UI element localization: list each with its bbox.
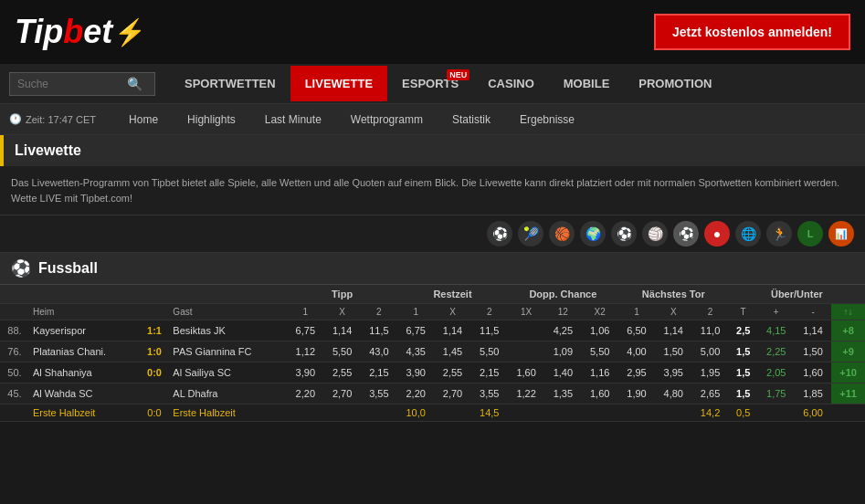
sub-minus[interactable]: 6,00 — [795, 404, 831, 422]
sub-header-dc1X: 1X — [508, 304, 544, 320]
nav-item-mobile[interactable]: MOBILE — [549, 66, 625, 101]
match-ntX-2[interactable]: 1,50 — [655, 341, 691, 362]
match-ou-3[interactable]: +10 — [831, 362, 865, 383]
sport-icon-tennis[interactable]: 🎾 — [518, 221, 543, 247]
nav-item-livewette[interactable]: LIVEWETTE — [290, 66, 387, 101]
match-ou-1[interactable]: +8 — [831, 320, 865, 341]
subnav-wettprogramm[interactable]: Wettprogramm — [336, 106, 438, 133]
subnav-ergebnisse[interactable]: Ergebnisse — [505, 106, 589, 133]
match-ou-2[interactable]: +9 — [831, 341, 865, 362]
match-dcX2-1[interactable]: 1,06 — [582, 320, 618, 341]
match-t1-1[interactable]: 6,75 — [287, 320, 323, 341]
match-rX-2[interactable]: 1,45 — [434, 341, 470, 362]
sport-icon-league[interactable]: L — [797, 221, 823, 247]
match-nt2-4[interactable]: 2,65 — [691, 383, 728, 404]
match-rX-3[interactable]: 2,55 — [434, 362, 470, 383]
match-tv-2[interactable]: 1,5 — [729, 341, 758, 362]
sport-icon-soccer2[interactable]: ⚽ — [611, 221, 637, 247]
match-r1-3[interactable]: 3,90 — [397, 362, 434, 383]
match-t2-1[interactable]: 11,5 — [361, 320, 397, 341]
sport-icon-globe[interactable]: 🌍 — [580, 221, 606, 247]
match-nt1-2[interactable]: 4,00 — [618, 341, 655, 362]
match-r2-3[interactable]: 2,15 — [471, 362, 508, 383]
match-plus-4[interactable]: 1,75 — [758, 383, 795, 404]
match-minus-1[interactable]: 1,14 — [795, 320, 831, 341]
match-dc12-3[interactable]: 1,40 — [544, 362, 581, 383]
match-tX-2[interactable]: 5,50 — [323, 341, 360, 362]
match-tv-1[interactable]: 2,5 — [729, 320, 758, 341]
match-rX-4[interactable]: 2,70 — [434, 383, 470, 404]
match-nt2-1[interactable]: 11,0 — [691, 320, 728, 341]
sport-icon-volleyball[interactable]: 🏐 — [642, 221, 668, 247]
match-r2-2[interactable]: 5,50 — [471, 341, 508, 362]
match-plus-3[interactable]: 2,05 — [758, 362, 795, 383]
match-nt1-1[interactable]: 6,50 — [618, 320, 655, 341]
match-ntX-1[interactable]: 1,14 — [655, 320, 691, 341]
match-t1-3[interactable]: 3,90 — [287, 362, 323, 383]
match-r1-2[interactable]: 4,35 — [397, 341, 434, 362]
match-dc12-4[interactable]: 1,35 — [544, 383, 581, 404]
sport-icon-basketball[interactable]: 🏀 — [549, 221, 575, 247]
match-dc1X-3[interactable]: 1,60 — [508, 362, 544, 383]
match-minus-4[interactable]: 1,85 — [795, 383, 831, 404]
sub-r1[interactable]: 10,0 — [397, 404, 434, 422]
navbar: 🔍 SPORTWETTEN LIVEWETTE ESPORTSNeu CASIN… — [0, 64, 865, 104]
subnav-home[interactable]: Home — [114, 106, 173, 133]
match-plus-2[interactable]: 2,25 — [758, 341, 795, 362]
match-r1-4[interactable]: 2,20 — [397, 383, 434, 404]
match-tX-3[interactable]: 2,55 — [323, 362, 360, 383]
match-tX-4[interactable]: 2,70 — [323, 383, 360, 404]
sub-r2[interactable]: 14,5 — [471, 404, 508, 422]
match-dc12-2[interactable]: 1,09 — [544, 341, 581, 362]
match-minus-3[interactable]: 1,60 — [795, 362, 831, 383]
match-dcX2-2[interactable]: 5,50 — [582, 341, 618, 362]
match-t1-4[interactable]: 2,20 — [287, 383, 323, 404]
register-button[interactable]: Jetzt kostenlos anmelden! — [654, 14, 850, 50]
match-t2-3[interactable]: 2,15 — [361, 362, 397, 383]
nav-item-casino[interactable]: CASINO — [473, 66, 549, 101]
nav-item-promotion[interactable]: PROMOTION — [624, 66, 726, 101]
sport-icon-chart[interactable]: 📊 — [828, 221, 854, 247]
sport-icon-soccer1[interactable]: ⚽ — [487, 221, 512, 247]
match-gast-4: AL Dhafra — [169, 383, 287, 404]
match-t2-2[interactable]: 43,0 — [361, 341, 397, 362]
match-ntX-3[interactable]: 3,95 — [655, 362, 691, 383]
sub-header-r2: 2 — [471, 304, 508, 320]
match-ou-4[interactable]: +11 — [831, 383, 865, 404]
subnav-statistik[interactable]: Statistik — [438, 106, 505, 133]
match-nt2-3[interactable]: 1,95 — [691, 362, 728, 383]
match-t1-2[interactable]: 1,12 — [287, 341, 323, 362]
match-plus-1[interactable]: 4,15 — [758, 320, 795, 341]
match-ntX-4[interactable]: 4,80 — [655, 383, 691, 404]
sport-icon-red[interactable]: ● — [704, 221, 730, 247]
match-nt1-4[interactable]: 1,90 — [618, 383, 655, 404]
match-dc12-1[interactable]: 4,25 — [544, 320, 581, 341]
new-badge: Neu — [447, 69, 469, 80]
match-nt1-3[interactable]: 2,95 — [618, 362, 655, 383]
search-box[interactable]: 🔍 — [9, 72, 155, 96]
nav-item-esports[interactable]: ESPORTSNeu — [387, 66, 473, 101]
match-dc1X-4[interactable]: 1,22 — [508, 383, 544, 404]
match-r2-4[interactable]: 3,55 — [471, 383, 508, 404]
sub-tv[interactable]: 0,5 — [729, 404, 758, 422]
match-rX-1[interactable]: 1,14 — [434, 320, 470, 341]
sport-icon-earth[interactable]: 🌐 — [735, 221, 761, 247]
sub-header-t: T — [729, 304, 758, 320]
subnav-lastminute[interactable]: Last Minute — [250, 106, 336, 133]
sub-nt2[interactable]: 14,2 — [691, 404, 728, 422]
match-t2-4[interactable]: 3,55 — [361, 383, 397, 404]
sport-icon-running[interactable]: 🏃 — [766, 221, 792, 247]
match-tv-3[interactable]: 1,5 — [729, 362, 758, 383]
match-dcX2-4[interactable]: 1,60 — [582, 383, 618, 404]
match-r2-1[interactable]: 11,5 — [471, 320, 508, 341]
match-minus-2[interactable]: 1,50 — [795, 341, 831, 362]
match-r1-1[interactable]: 6,75 — [397, 320, 434, 341]
sport-icon-soccer3[interactable]: ⚽ — [673, 221, 699, 247]
subnav-highlights[interactable]: Highlights — [173, 106, 250, 133]
match-tv-4[interactable]: 1,5 — [729, 383, 758, 404]
search-input[interactable] — [17, 78, 127, 90]
match-tX-1[interactable]: 1,14 — [323, 320, 360, 341]
nav-item-sportwetten[interactable]: SPORTWETTEN — [170, 66, 290, 101]
match-dcX2-3[interactable]: 1,16 — [582, 362, 618, 383]
match-nt2-2[interactable]: 5,00 — [691, 341, 728, 362]
